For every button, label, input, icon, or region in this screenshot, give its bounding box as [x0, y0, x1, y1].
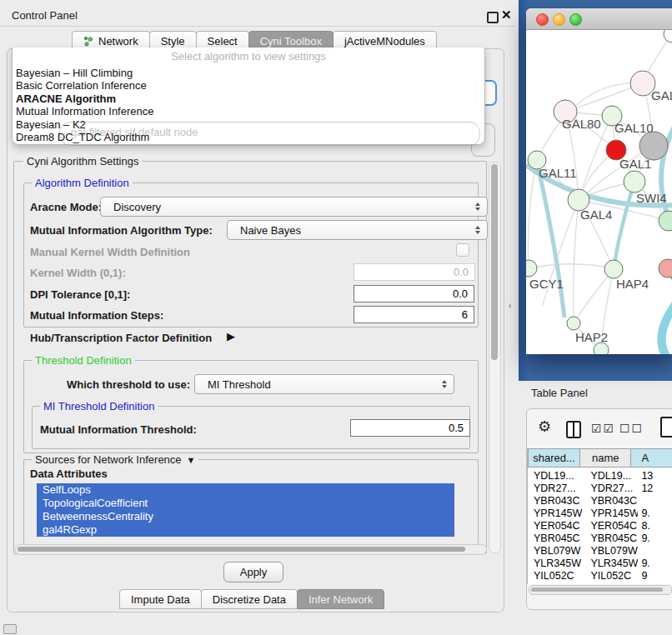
- combo-value: Discovery: [113, 201, 161, 213]
- table-row[interactable]: YER054CYER054C8.: [528, 519, 672, 532]
- attribute-item[interactable]: BetweennessCentrality: [37, 510, 454, 523]
- split-columns-icon[interactable]: [566, 421, 581, 438]
- minimize-traffic-light[interactable]: [553, 13, 565, 26]
- column-header-third[interactable]: A: [630, 448, 672, 468]
- table-cell: YPR145W: [583, 508, 638, 519]
- network-node[interactable]: [567, 317, 580, 330]
- collapse-arrow-icon[interactable]: ▼: [187, 455, 196, 465]
- table-cell: YLR345W: [583, 558, 638, 569]
- tab-label: Style: [161, 35, 185, 48]
- table-row[interactable]: YPR145WYPR145W9.: [528, 507, 672, 519]
- mi-threshold-definition-title: MI Threshold Definition: [40, 400, 158, 412]
- float-window-icon[interactable]: [487, 12, 499, 23]
- combo-value: MI Threshold: [208, 378, 271, 391]
- hub-definition-label: Hub/Transcription Factor Definition: [30, 332, 212, 344]
- dpi-tolerance-label: DPI Tolerance [0,1]:: [30, 288, 130, 301]
- table-cell: YBR045C: [583, 532, 638, 544]
- unchecked-pair-icon[interactable]: ☐☐: [619, 422, 644, 435]
- manual-kernel-checkbox[interactable]: [456, 243, 469, 257]
- network-node[interactable]: [594, 342, 609, 354]
- network-node[interactable]: [659, 211, 672, 231]
- table-row[interactable]: YBL079WYBL079W: [528, 545, 672, 558]
- table-cell: YER054C: [583, 520, 638, 532]
- table-cell: 9: [638, 570, 672, 582]
- table-row[interactable]: YBR043CYBR043C: [528, 494, 672, 507]
- table-row[interactable]: YBR045CYBR045C9.: [528, 532, 672, 544]
- table-row[interactable]: YDL19...YDL19...13: [528, 469, 672, 482]
- network-node[interactable]: [639, 132, 668, 160]
- network-node[interactable]: [526, 260, 537, 277]
- combo-value: Naive Bayes: [240, 224, 301, 237]
- table-row[interactable]: YLR345WYLR345W9.: [528, 558, 672, 570]
- table-cell: YBR043C: [583, 495, 638, 507]
- combo-arrows-icon: [475, 226, 480, 234]
- attribute-item[interactable]: TopologicalCoefficient: [37, 497, 454, 510]
- settings-horizontal-scrollbar[interactable]: [15, 544, 487, 555]
- settings-vertical-scrollbar[interactable]: [489, 162, 501, 553]
- scrollbar-thumb[interactable]: [18, 547, 465, 552]
- network-node[interactable]: [664, 30, 672, 42]
- network-node[interactable]: [624, 171, 645, 192]
- popup-placeholder: Select algorithm to view settings: [13, 50, 484, 62]
- apply-button[interactable]: Apply: [223, 562, 283, 582]
- panel-splitter-icon[interactable]: ‹: [509, 301, 511, 310]
- document-icon[interactable]: [660, 417, 672, 438]
- table-row[interactable]: YIL052CYIL052C9: [528, 570, 672, 582]
- algorithm-option[interactable]: Basic Correlation Inference: [15, 79, 482, 92]
- zoom-traffic-light[interactable]: [569, 13, 582, 26]
- mi-type-combo[interactable]: Naive Bayes: [227, 220, 488, 240]
- attribute-item[interactable]: SelfLoops: [37, 483, 454, 497]
- node-label: HAP2: [575, 330, 608, 344]
- checked-pair-icon[interactable]: ☑☑: [591, 422, 615, 435]
- table-cell: 9.: [638, 532, 672, 544]
- tab-label: jActiveMNodules: [344, 35, 425, 48]
- tab-label: Infer Network: [308, 593, 373, 606]
- tab-discretize-data[interactable]: Discretize Data: [201, 589, 298, 609]
- settings-gear-icon[interactable]: ⚙: [538, 418, 551, 436]
- kernel-width-field[interactable]: [354, 263, 475, 281]
- scrollbar-thumb[interactable]: [531, 588, 663, 592]
- table-cell: YIL052C: [583, 570, 638, 582]
- table-cell: 9.: [638, 508, 672, 519]
- titlebar-divider: [0, 26, 515, 27]
- table-cell: YBR043C: [528, 495, 583, 507]
- table-cell: 8.: [638, 520, 672, 532]
- attribute-item[interactable]: gal4RGexp: [37, 523, 454, 537]
- tab-label: Network: [98, 35, 138, 48]
- close-icon[interactable]: ✕: [501, 8, 512, 22]
- algorithm-option[interactable]: ARACNE Algorithm: [15, 92, 482, 105]
- data-attributes-list[interactable]: SelfLoopsTopologicalCoefficientBetweenne…: [37, 483, 454, 537]
- collapsed-panel-icon[interactable]: [3, 624, 17, 634]
- column-header-shared[interactable]: shared...: [528, 448, 580, 468]
- node-label: GAL80: [562, 117, 601, 131]
- mi-threshold-label: Mutual Information Threshold:: [40, 423, 197, 436]
- table-horizontal-scrollbar[interactable]: [529, 585, 672, 595]
- mi-threshold-field[interactable]: [350, 419, 470, 437]
- tab-impute-data[interactable]: Impute Data: [119, 589, 202, 609]
- mi-steps-field[interactable]: [354, 306, 474, 323]
- tab-infer-network[interactable]: Infer Network: [297, 589, 384, 609]
- table-row[interactable]: YDR27...YDR27...12: [528, 482, 672, 494]
- network-node[interactable]: [604, 260, 623, 278]
- algorithm-option[interactable]: Mutual Information Inference: [15, 105, 482, 118]
- which-threshold-combo[interactable]: MI Threshold: [194, 374, 454, 394]
- dpi-tolerance-field[interactable]: [354, 285, 474, 302]
- table-cell: 9.: [638, 558, 672, 569]
- expander-arrow-icon[interactable]: ▶: [227, 330, 235, 342]
- node-label: GAL4: [580, 208, 612, 222]
- tab-label: Discretize Data: [213, 593, 286, 606]
- table-cell: YBL079W: [583, 545, 638, 557]
- network-window-titlebar[interactable]: [526, 8, 672, 30]
- table-panel-title: Table Panel: [531, 387, 588, 399]
- scrollbar-thumb[interactable]: [491, 164, 498, 360]
- close-traffic-light[interactable]: [536, 13, 549, 26]
- network-window[interactable]: GALGAL80GAL10GAL1GAL11GAL4SWI4GCY1HAP4YH…: [526, 8, 672, 354]
- aracne-mode-combo[interactable]: Discovery: [100, 197, 488, 217]
- network-canvas[interactable]: GALGAL80GAL10GAL1GAL11GAL4SWI4GCY1HAP4YH…: [526, 30, 672, 354]
- algorithm-option[interactable]: Bayesian – Hill Climbing: [15, 67, 482, 79]
- column-header-name[interactable]: name: [579, 448, 631, 468]
- algorithm-option[interactable]: Dream8 DC_TDC Algorithm: [15, 131, 482, 143]
- table-header-row: shared... name A: [528, 448, 672, 468]
- table-cell: YDL19...: [583, 470, 638, 482]
- algorithm-option[interactable]: Bayesian – K2: [15, 118, 482, 131]
